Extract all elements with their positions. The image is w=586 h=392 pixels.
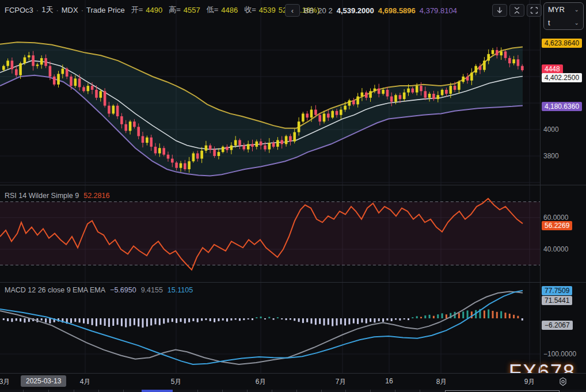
- unit-value: t: [548, 18, 550, 27]
- unit-select[interactable]: t ⌄: [544, 16, 583, 29]
- bb-lower-value: 4,379.8104: [420, 6, 457, 15]
- axis-label-apr: 4月: [80, 377, 91, 387]
- axis-label-aug: 8月: [436, 377, 447, 387]
- price-badge-last: 4448: [542, 64, 563, 74]
- price-badge-bb-upper: 4,623.8640: [542, 39, 582, 48]
- axis-label-sep: 9月: [524, 377, 535, 387]
- axis-label-16: 16: [385, 377, 393, 385]
- open-value: 4490: [146, 6, 162, 14]
- separator-dot: ·: [56, 6, 58, 14]
- pane-separator[interactable]: [0, 282, 586, 283]
- chevron-down-icon: ⌄: [574, 20, 579, 26]
- arrow-down-icon: [496, 6, 504, 14]
- low-label: 低=: [207, 5, 219, 15]
- price-tick-4000: 4000: [543, 125, 559, 134]
- axis-label-may: 5月: [171, 377, 182, 387]
- scroll-to-recent-button[interactable]: [492, 4, 507, 17]
- macd-hist-value: −5.6950: [110, 286, 136, 294]
- chevron-left-icon: ‹: [291, 6, 294, 15]
- macd-signal-badge: 77.7509: [542, 286, 572, 295]
- high-label: 高=: [169, 5, 181, 15]
- price-badge-bb-lower: 4,180.6360: [542, 102, 582, 111]
- separator-dot: ·: [36, 6, 39, 14]
- collapse-legend-button[interactable]: ‹: [285, 4, 300, 17]
- price-scale-separator: [540, 0, 541, 392]
- bb-params: 20 2: [318, 6, 332, 15]
- currency-value: MYR: [548, 5, 565, 14]
- gear-icon: [558, 376, 568, 387]
- symbol-name[interactable]: FCPOc3: [5, 6, 33, 14]
- currency-select[interactable]: MYR ⌄: [544, 3, 583, 16]
- symbol-header: FCPOc3 · 1天 · MDX · Trade Price 开= 4490 …: [5, 5, 319, 15]
- selected-date-badge: 2025-03-13: [21, 375, 66, 387]
- close-value: 4539: [259, 6, 276, 14]
- rsi-value: 52.2816: [83, 192, 109, 200]
- axis-settings-button[interactable]: [556, 375, 570, 388]
- macd-line-badge: 71.5441: [542, 296, 572, 305]
- trading-chart-app: FCPOc3 · 1天 · MDX · Trade Price 开= 4490 …: [0, 0, 586, 392]
- series-type-label: Trade Price: [86, 6, 125, 14]
- macd-title[interactable]: MACD 12 26 close 9 EMA EMA: [5, 286, 105, 294]
- time-axis[interactable]: 3月 2025-03-13 4月 5月 6月 7月 16 8月 9月: [0, 373, 586, 390]
- macd-tick-neg100: −100.0000: [543, 350, 576, 358]
- open-label: 开=: [131, 5, 143, 15]
- axis-label-mar: 3月: [0, 377, 10, 387]
- interval-label[interactable]: 1天: [41, 5, 53, 15]
- bb-upper-value: 4,698.5896: [378, 6, 416, 15]
- collapse-icon: [513, 6, 521, 14]
- chart-canvas[interactable]: [0, 0, 540, 373]
- fullscreen-icon: [530, 6, 538, 14]
- price-badge-bb-basis: 4,402.2500: [542, 73, 582, 82]
- rsi-title[interactable]: RSI 14 Wilder Simple 9: [5, 192, 79, 200]
- rsi-tick-60: 60.0000: [543, 214, 568, 222]
- axis-label-jul: 7月: [336, 377, 347, 387]
- rsi-pane-header: RSI 14 Wilder Simple 9 52.2816: [5, 192, 109, 200]
- bottom-strip: [0, 390, 586, 392]
- bb-name[interactable]: BB: [304, 6, 314, 15]
- bb-basis-value: 4,539.2000: [337, 6, 374, 15]
- collapse-pane-button[interactable]: [509, 4, 524, 17]
- pane-separator[interactable]: [0, 185, 586, 185]
- macd-signal-value: 15.1105: [168, 286, 193, 294]
- close-label: 收=: [244, 5, 256, 15]
- low-value: 4486: [221, 6, 238, 14]
- currency-unit-selector: MYR ⌄ t ⌄: [543, 2, 584, 30]
- macd-hist-badge: −6.2067: [542, 321, 573, 330]
- bottom-strip-selected: [142, 390, 173, 392]
- separator-dot: ·: [81, 6, 83, 14]
- high-value: 4557: [184, 6, 200, 14]
- chevron-down-icon: ⌄: [574, 6, 579, 13]
- price-tick-3800: 3800: [543, 152, 559, 160]
- rsi-tick-40: 40.0000: [543, 245, 568, 253]
- bb-indicator-bar: ‹ BB 20 2 4,539.2000 4,698.5896 4,379.81…: [285, 4, 457, 17]
- macd-pane-header: MACD 12 26 close 9 EMA EMA −5.6950 9.415…: [5, 286, 193, 294]
- exchange-label: MDX: [62, 6, 78, 14]
- chart-toolbar: [492, 4, 542, 17]
- rsi-value-badge: 56.2269: [542, 221, 572, 230]
- axis-label-jun: 6月: [256, 377, 267, 387]
- macd-line-value: 9.4155: [141, 286, 163, 294]
